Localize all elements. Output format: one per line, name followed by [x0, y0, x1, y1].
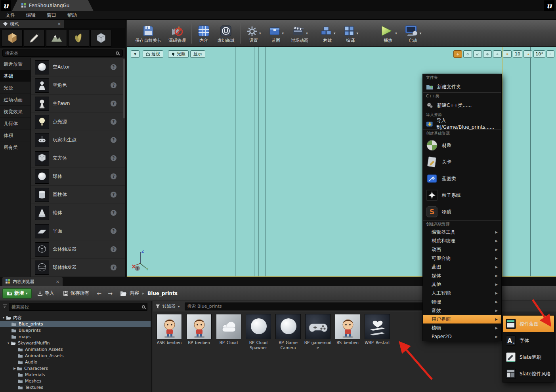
breadcrumb-root[interactable]: 内容: [130, 290, 139, 297]
dropdown-arrow-icon[interactable]: ▾: [420, 31, 422, 35]
save-all-button[interactable]: 保存所有: [60, 288, 93, 299]
settings-button[interactable]: ▾ 设置: [243, 20, 265, 46]
dropdown-arrow-icon[interactable]: ▾: [334, 31, 336, 35]
compile-button[interactable]: ▾ 编译: [339, 20, 362, 46]
path-filter-icon[interactable]: [2, 304, 7, 310]
tree-item-blue-prints[interactable]: Blue_prints: [0, 321, 151, 327]
foliage-tool-button[interactable]: [68, 30, 89, 47]
viewport-lit-button[interactable]: 光照: [168, 50, 189, 58]
expand-closed-icon[interactable]: ▶: [13, 367, 17, 370]
landscape-tool-button[interactable]: [46, 30, 67, 47]
move-tool-button[interactable]: [453, 50, 462, 58]
category-basic[interactable]: 基础: [0, 70, 31, 82]
menu-item-new-folder[interactable]: 新建文件夹: [423, 81, 501, 92]
menu-file[interactable]: 文件: [0, 12, 21, 19]
play-button[interactable]: ▾ 播放: [375, 20, 401, 46]
forward-button[interactable]: →: [106, 290, 115, 297]
menu-item-font[interactable]: Az 字体: [503, 332, 554, 349]
marketplace-button[interactable]: 虚幻商城: [214, 20, 238, 46]
tree-item-animation-assets[interactable]: Animation Assets: [0, 346, 151, 352]
tree-item-materials[interactable]: Materials: [0, 371, 151, 378]
modes-tab[interactable]: 模式 ×: [0, 20, 64, 28]
place-item-cube[interactable]: 立方体 ?: [31, 149, 125, 167]
level-tab[interactable]: FenShouXiangGu: [12, 0, 94, 11]
maximize-viewport-button[interactable]: [546, 50, 554, 58]
tree-item-blueprints[interactable]: Blueprints: [0, 327, 151, 333]
place-item-cone[interactable]: 锥体 ?: [31, 204, 125, 222]
breadcrumb-current[interactable]: Blue_prints: [147, 291, 178, 296]
paint-tool-button[interactable]: [24, 30, 45, 47]
dropdown-arrow-icon[interactable]: ▾: [282, 31, 284, 35]
place-item-empty-character[interactable]: 空角色 ?: [31, 76, 125, 95]
asset-bs-benben[interactable]: BS_benben: [334, 314, 361, 350]
path-search-input[interactable]: [9, 303, 147, 311]
menu-item-particle-system[interactable]: 粒子系统: [423, 187, 501, 204]
asset-bp-game-camera[interactable]: BP_Game Camera: [275, 314, 301, 350]
menu-item-widget-blueprint[interactable]: 控件蓝图: [503, 316, 554, 332]
expand-open-icon[interactable]: ▾: [6, 341, 10, 345]
world-coordinate-button[interactable]: [483, 50, 492, 58]
menu-item-miscellaneous[interactable]: 其他▶: [423, 280, 501, 289]
menu-item-slate-widget-style[interactable]: Slate控件风格: [503, 365, 554, 382]
back-button[interactable]: ←: [95, 290, 104, 297]
category-all-classes[interactable]: 所有类: [0, 141, 31, 153]
place-item-empty-pawn[interactable]: 空Pawn ?: [31, 95, 125, 113]
menu-item-material[interactable]: 材质: [423, 137, 501, 154]
content-button[interactable]: 内容: [194, 20, 214, 46]
place-tool-button[interactable]: [2, 30, 23, 47]
menu-item-blendables[interactable]: 可混合物▶: [423, 254, 501, 263]
dropdown-arrow-icon[interactable]: ▾: [306, 31, 308, 35]
import-button[interactable]: 导入: [34, 288, 57, 299]
category-visual-effects[interactable]: 视觉效果: [0, 106, 31, 118]
close-icon[interactable]: ×: [56, 279, 59, 284]
viewport-show-button[interactable]: 显示: [190, 50, 205, 58]
menu-item-media[interactable]: 媒体▶: [423, 271, 501, 280]
expand-open-icon[interactable]: ▾: [2, 316, 6, 320]
dropdown-arrow-icon[interactable]: ▾: [395, 31, 397, 35]
viewport-options-button[interactable]: ▾: [131, 50, 139, 58]
asset-bp-benben[interactable]: BP_benben: [186, 314, 212, 350]
category-recent[interactable]: 最近放置: [0, 58, 31, 70]
dropdown-arrow-icon[interactable]: ▾: [259, 31, 261, 35]
scale-tool-button[interactable]: [473, 50, 482, 58]
rotation-snap-button[interactable]: [524, 50, 532, 58]
asset-bp-cloud[interactable]: BP_Cloud: [216, 314, 242, 350]
tree-item-content-root[interactable]: ▾ 内容: [0, 314, 151, 321]
filter-funnel-icon[interactable]: [155, 304, 160, 309]
place-item-point-light[interactable]: 点光源 ?: [31, 113, 125, 131]
category-lights[interactable]: 光源: [0, 82, 31, 94]
close-icon[interactable]: ×: [57, 21, 61, 27]
grid-snap-value[interactable]: 10: [513, 50, 522, 58]
menu-item-foliage[interactable]: 植物▶: [423, 323, 501, 332]
category-volumes[interactable]: 体积: [0, 129, 31, 141]
asset-bp-gamemode[interactable]: BP_gamemode: [305, 314, 331, 350]
scrollbar[interactable]: [123, 59, 125, 118]
add-new-button[interactable]: 新增 ▾: [2, 288, 32, 299]
asset-asb-benben[interactable]: ASB_benben: [156, 314, 182, 350]
menu-item-paper2d[interactable]: Paper2D▶: [423, 332, 501, 341]
tree-item-maps[interactable]: maps: [0, 333, 151, 340]
tree-item-meshes[interactable]: Meshes: [0, 378, 151, 384]
menu-item-editor-utilities[interactable]: 编辑器工具▶: [423, 228, 501, 236]
place-item-cylinder[interactable]: 圆柱体 ?: [31, 186, 125, 204]
surface-snap-button[interactable]: [493, 50, 502, 58]
geometry-tool-button[interactable]: [90, 30, 111, 47]
tree-item-textures[interactable]: Textures: [0, 384, 151, 390]
dropdown-arrow-icon[interactable]: ▾: [178, 304, 180, 308]
viewport-perspective-button[interactable]: 透视: [143, 50, 163, 58]
help-icon[interactable]: ?: [135, 266, 140, 271]
save-level-button[interactable]: 保存当前关卡: [132, 20, 165, 46]
place-item-empty-actor[interactable]: 空Actor ?: [31, 58, 125, 76]
menu-item-level[interactable]: 关卡: [423, 154, 501, 170]
category-geometry[interactable]: 几何体: [0, 118, 31, 129]
filters-button[interactable]: 过滤器: [162, 303, 176, 309]
build-button[interactable]: ▾ 构建: [316, 20, 339, 46]
menu-item-animation[interactable]: 动画▶: [423, 245, 501, 254]
place-item-plane[interactable]: 平面 ?: [31, 222, 125, 240]
menu-item-substance[interactable]: S 物质: [423, 204, 501, 220]
dropdown-arrow-icon[interactable]: ▾: [357, 31, 359, 35]
asset-bp-cloud-spawner[interactable]: BP_Cloud Spawner: [245, 314, 271, 350]
menu-item-sounds[interactable]: 音效▶: [423, 306, 501, 315]
menu-item-user-interface[interactable]: 用户界面▶: [423, 315, 501, 323]
cinematics-button[interactable]: ▾ 过场动画: [287, 20, 312, 46]
